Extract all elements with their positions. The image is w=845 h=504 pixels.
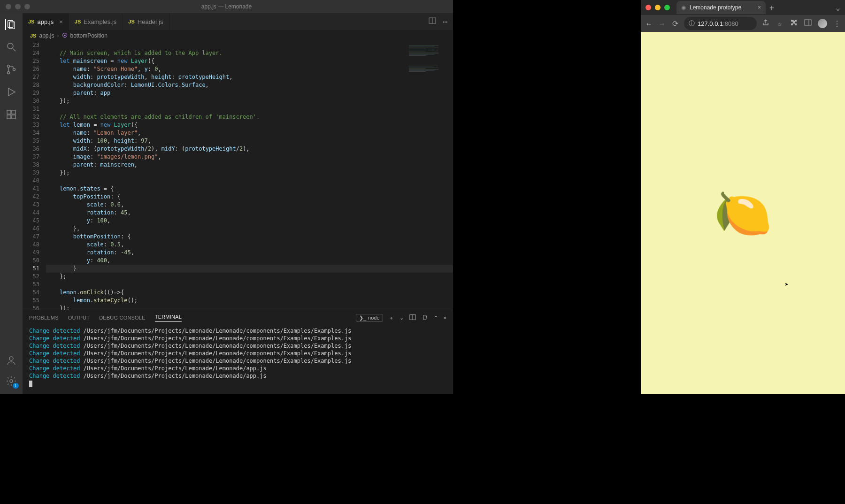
- new-tab-icon[interactable]: +: [769, 3, 774, 12]
- tab-label: Header.js: [138, 18, 163, 25]
- profile-avatar[interactable]: [818, 19, 827, 28]
- new-terminal-icon[interactable]: ＋: [389, 314, 394, 321]
- panel-tab-debug-console[interactable]: DEBUG CONSOLE: [99, 315, 146, 321]
- url-text: 127.0.0.1:8080: [698, 20, 738, 27]
- extensions-puzzle-icon[interactable]: [790, 19, 798, 28]
- back-icon[interactable]: ←: [645, 19, 653, 28]
- zoom-dot[interactable]: [664, 5, 670, 10]
- svg-point-6: [13, 69, 15, 71]
- js-file-icon: JS: [28, 19, 34, 24]
- close-dot[interactable]: [645, 5, 651, 10]
- line-gutter: 2324252627282930313233343536373839404142…: [23, 41, 46, 310]
- maximize-panel-icon[interactable]: ⌃: [434, 315, 438, 321]
- page-viewport[interactable]: 🍋 ➤: [641, 32, 845, 394]
- window-controls: [645, 5, 670, 10]
- tab-label: app.js: [37, 18, 54, 25]
- svg-rect-11: [12, 115, 15, 119]
- favicon-icon: ◉: [681, 4, 686, 11]
- chevron-right-icon: ›: [57, 32, 59, 39]
- window-title: app.js — Lemonade: [0, 3, 453, 10]
- svg-rect-18: [805, 20, 811, 25]
- svg-rect-9: [12, 110, 15, 114]
- panel-tab-problems[interactable]: PROBLEMS: [29, 315, 59, 321]
- close-tab-icon[interactable]: ×: [758, 4, 761, 11]
- settings-badge: 1: [13, 383, 19, 389]
- bookmark-star-icon[interactable]: ☆: [776, 19, 784, 28]
- mouse-cursor-icon: ➤: [785, 281, 789, 288]
- code-content[interactable]: // Main screen, which is added to the Ap…: [46, 41, 453, 310]
- tab-label: Examples.js: [84, 18, 116, 25]
- svg-marker-7: [8, 88, 15, 96]
- close-panel-icon[interactable]: ×: [444, 315, 446, 321]
- chrome-menu-icon[interactable]: ⋮: [833, 19, 841, 28]
- panel-tab-terminal[interactable]: TERMINAL: [155, 314, 182, 322]
- forward-icon[interactable]: →: [658, 19, 666, 28]
- search-icon[interactable]: [6, 41, 17, 53]
- titlebar: app.js — Lemonade: [0, 0, 453, 13]
- site-info-icon[interactable]: ⓘ: [689, 19, 695, 28]
- extensions-icon[interactable]: [6, 109, 17, 120]
- side-panel-icon[interactable]: [804, 19, 812, 28]
- bottom-panel: PROBLEMS OUTPUT DEBUG CONSOLE TERMINAL ❯…: [23, 310, 453, 394]
- settings-gear-icon[interactable]: 1: [6, 375, 17, 387]
- chrome-toolbar: ← → ⟳ ⓘ 127.0.0.1:8080 ☆ ⋮: [641, 15, 845, 32]
- tab-app-js[interactable]: JS app.js ×: [23, 13, 69, 30]
- minimize-dot[interactable]: [655, 5, 661, 10]
- js-file-icon: JS: [75, 19, 81, 24]
- chrome-tabstrip: ◉ Lemonade prototype × + ⌄: [641, 0, 845, 15]
- share-icon[interactable]: [761, 19, 770, 28]
- minimap[interactable]: [409, 45, 451, 139]
- reload-icon[interactable]: ⟳: [671, 19, 679, 28]
- editor-area: JS app.js × JS Examples.js JS Header.js …: [23, 13, 453, 394]
- svg-rect-10: [7, 115, 11, 119]
- panel-tabs: PROBLEMS OUTPUT DEBUG CONSOLE TERMINAL ❯…: [23, 310, 453, 325]
- explorer-icon[interactable]: [5, 19, 16, 30]
- terminal-shell-label[interactable]: ❯_node: [356, 314, 383, 322]
- svg-point-2: [8, 43, 13, 49]
- account-icon[interactable]: [6, 355, 17, 366]
- svg-point-13: [10, 380, 13, 382]
- close-icon[interactable]: ×: [59, 18, 63, 25]
- method-icon: ⦿: [62, 32, 68, 39]
- svg-rect-8: [7, 110, 11, 114]
- browser-tab[interactable]: ◉ Lemonade prototype ×: [676, 1, 766, 14]
- tab-examples-js[interactable]: JS Examples.js: [69, 13, 123, 30]
- tab-title: Lemonade prototype: [690, 4, 741, 11]
- run-debug-icon[interactable]: [6, 86, 17, 98]
- lemon-image[interactable]: 🍋: [714, 186, 772, 241]
- editor-tabs: JS app.js × JS Examples.js JS Header.js …: [23, 13, 453, 30]
- svg-point-12: [9, 357, 13, 360]
- vscode-window: app.js — Lemonade 1 JS app.js × JS: [0, 0, 453, 394]
- breadcrumb[interactable]: JS app.js › ⦿ bottomPosition: [23, 30, 453, 41]
- js-file-icon: JS: [30, 33, 36, 38]
- split-editor-icon[interactable]: [429, 17, 436, 26]
- terminal-output[interactable]: Change detected /Users/jfm/Documents/Pro…: [23, 325, 453, 394]
- omnibox[interactable]: ⓘ 127.0.0.1:8080: [684, 17, 757, 30]
- svg-point-5: [8, 72, 10, 74]
- svg-line-3: [13, 48, 15, 51]
- code-editor[interactable]: 2324252627282930313233343536373839404142…: [23, 41, 453, 310]
- panel-tab-output[interactable]: OUTPUT: [68, 315, 90, 321]
- breadcrumb-symbol[interactable]: bottomPosition: [70, 32, 108, 39]
- terminal-icon: ❯_: [359, 315, 366, 321]
- tab-list-icon[interactable]: ⌄: [836, 3, 840, 12]
- tab-header-js[interactable]: JS Header.js: [123, 13, 169, 30]
- more-icon[interactable]: ⋯: [443, 17, 447, 26]
- activity-bar: 1: [0, 13, 23, 394]
- source-control-icon[interactable]: [6, 64, 17, 75]
- svg-point-4: [8, 65, 10, 68]
- js-file-icon: JS: [128, 19, 134, 24]
- breadcrumb-file[interactable]: app.js: [39, 32, 54, 39]
- chrome-window: ◉ Lemonade prototype × + ⌄ ← → ⟳ ⓘ 127.0…: [641, 0, 845, 394]
- terminal-dropdown-icon[interactable]: ⌄: [399, 315, 404, 321]
- split-terminal-icon[interactable]: [409, 314, 416, 321]
- kill-terminal-icon[interactable]: [422, 314, 428, 321]
